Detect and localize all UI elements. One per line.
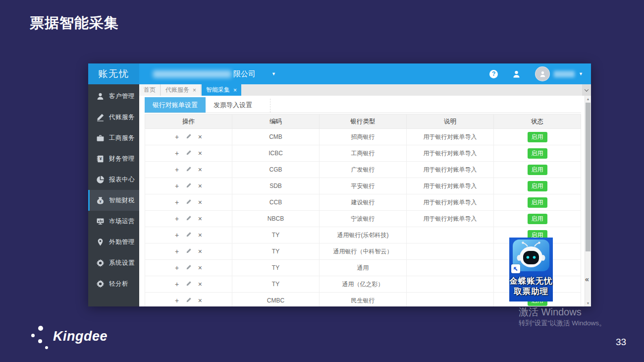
tab-smart-collection[interactable]: 智能采集 × <box>202 84 241 96</box>
header-actions: ? ▼ <box>489 66 591 81</box>
column-header-status: 状态 <box>494 115 581 129</box>
tabs-dropdown-icon[interactable] <box>582 84 591 96</box>
delete-icon[interactable]: × <box>198 280 202 288</box>
add-icon[interactable]: + <box>175 280 179 288</box>
slide-background: 票据智能采集 账无忧 限公司 ▼ ? ▼ <box>0 0 644 362</box>
bank-code: TY <box>232 260 320 276</box>
company-selector[interactable]: 限公司 ▼ <box>153 69 276 79</box>
collapse-panel-icon[interactable]: « <box>584 275 590 283</box>
status-badge[interactable]: 启用 <box>528 197 547 208</box>
edit-icon[interactable] <box>186 231 192 239</box>
add-icon[interactable]: + <box>175 166 179 174</box>
sidebar-item-label: 报表中心 <box>109 176 135 184</box>
delete-icon[interactable]: × <box>198 166 202 174</box>
status-badge[interactable]: 启用 <box>528 132 547 142</box>
edit-icon[interactable] <box>186 247 192 255</box>
app-logo[interactable]: 账无忧 <box>88 63 139 84</box>
sidebar-item-field-mgmt[interactable]: 外勤管理 <box>88 232 139 252</box>
add-icon[interactable]: + <box>175 182 179 190</box>
bank-status-cell: 启用 <box>494 211 581 227</box>
bank-desc <box>407 243 494 260</box>
sidebar-item-agency-service[interactable]: 代账服务 <box>88 107 139 127</box>
close-icon[interactable]: × <box>233 87 237 93</box>
edit-icon[interactable] <box>186 149 192 157</box>
logo-dot <box>38 326 43 331</box>
delete-icon[interactable]: × <box>198 231 202 239</box>
bank-type: 招商银行 <box>320 129 407 145</box>
delete-icon[interactable]: × <box>198 215 202 223</box>
add-icon[interactable]: + <box>175 198 179 206</box>
edit-icon[interactable] <box>186 133 192 141</box>
close-icon[interactable]: × <box>193 87 196 93</box>
delete-icon[interactable]: × <box>198 133 202 141</box>
status-badge[interactable]: 启用 <box>528 165 547 175</box>
edit-icon[interactable] <box>186 198 192 206</box>
assistant-shortcut[interactable]: 金蝶账无忧 取票助理 <box>509 238 553 302</box>
scroll-down-icon[interactable]: ▼ <box>585 302 591 305</box>
bank-type: 通用银行(乐邻科技) <box>320 227 407 243</box>
delete-icon[interactable]: × <box>198 149 202 157</box>
edit-icon[interactable] <box>186 297 192 304</box>
delete-icon[interactable]: × <box>198 297 202 304</box>
add-icon[interactable]: + <box>175 264 179 272</box>
company-chevron-down-icon[interactable]: ▼ <box>271 71 276 76</box>
edit-icon[interactable] <box>186 264 192 272</box>
user-icon[interactable] <box>512 70 521 78</box>
sidebar-item-finance-mgmt[interactable]: ¥ 财务管理 <box>88 148 139 169</box>
add-icon[interactable]: + <box>175 297 179 304</box>
add-icon[interactable]: + <box>175 215 179 223</box>
bank-status-cell: 启用 <box>494 178 581 194</box>
sidebar-item-report-center[interactable]: 报表中心 <box>88 169 139 190</box>
delete-icon[interactable]: × <box>198 247 202 255</box>
tab-bar: 首页 代账服务 × 智能采集 × <box>139 84 591 96</box>
status-badge[interactable]: 启用 <box>528 181 547 191</box>
bank-type: 平安银行 <box>320 178 407 194</box>
tab-agency-service[interactable]: 代账服务 × <box>161 84 201 96</box>
status-badge[interactable]: 启用 <box>528 214 547 224</box>
kingdee-wordmark: Kingdee <box>53 329 107 344</box>
user-menu-chevron-icon[interactable]: ▼ <box>579 71 583 76</box>
bank-type: 通用 <box>320 260 407 276</box>
bank-status-cell: 启用 <box>494 162 581 178</box>
row-operations: + × <box>145 293 232 307</box>
edit-icon[interactable] <box>186 215 192 223</box>
delete-icon[interactable]: × <box>198 264 202 272</box>
edit-icon[interactable] <box>186 280 192 288</box>
bank-code: ICBC <box>232 145 320 162</box>
scrollbar-thumb[interactable] <box>586 103 590 251</box>
subtab-bank-statement-settings[interactable]: 银行对账单设置 <box>145 97 206 113</box>
add-icon[interactable]: + <box>175 133 179 141</box>
column-header-desc: 说明 <box>407 115 494 129</box>
edit-icon[interactable] <box>186 182 192 190</box>
logo-dot <box>38 339 42 343</box>
row-operations: + × <box>145 243 232 260</box>
sidebar-item-label: 系统设置 <box>109 259 135 267</box>
bank-desc <box>407 260 494 276</box>
sidebar-item-customer-mgmt[interactable]: 客户管理 <box>88 86 139 107</box>
help-icon[interactable]: ? <box>489 70 498 78</box>
tab-home[interactable]: 首页 <box>139 84 161 96</box>
sidebar-item-system-settings[interactable]: 系统设置 <box>88 252 139 273</box>
scroll-up-icon[interactable]: ▲ <box>585 97 591 101</box>
avatar-person-icon <box>539 70 546 78</box>
status-badge[interactable]: 启用 <box>528 148 547 159</box>
add-icon[interactable]: + <box>175 247 179 255</box>
bank-code: TY <box>232 276 320 293</box>
add-icon[interactable]: + <box>175 149 179 157</box>
sidebar-item-business-service[interactable]: 工商服务 <box>88 127 139 148</box>
subtab-invoice-import-settings[interactable]: 发票导入设置 <box>206 97 260 113</box>
sidebar: 客户管理 代账服务 工商服务 ¥ 财务管理 报表中心 <box>88 84 139 306</box>
analysis-gear-icon <box>96 280 105 288</box>
bank-code: CCB <box>232 194 320 211</box>
sidebar-item-market-ops[interactable]: 市场运营 <box>88 211 139 232</box>
sidebar-item-label: 客户管理 <box>109 92 135 101</box>
avatar[interactable] <box>535 66 550 81</box>
logo-dot <box>31 334 35 337</box>
edit-icon[interactable] <box>186 166 192 174</box>
delete-icon[interactable]: × <box>198 182 202 190</box>
delete-icon[interactable]: × <box>198 198 202 206</box>
tab-label: 智能采集 <box>206 86 230 94</box>
sidebar-item-light-analysis[interactable]: 轻分析 <box>88 273 139 294</box>
add-icon[interactable]: + <box>175 231 179 239</box>
sidebar-item-smart-tax[interactable]: ¥ 智能财税 <box>88 190 139 211</box>
